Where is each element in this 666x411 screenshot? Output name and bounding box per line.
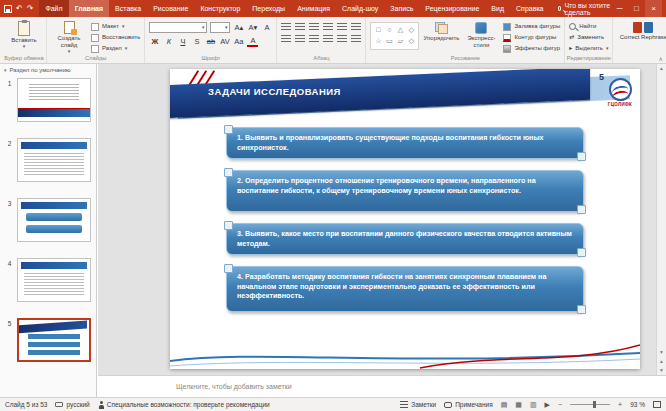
shapes-gallery[interactable]: □ ○ △ ◇ ☆ ▭ ▱ ◇ bbox=[370, 22, 419, 50]
notes-pane[interactable]: Щелкните, чтобы добавить заметки bbox=[98, 375, 666, 397]
font-color-button[interactable]: A bbox=[247, 36, 258, 47]
font-name-select[interactable]: ▾ bbox=[149, 22, 207, 33]
close-button[interactable]: × bbox=[645, 0, 662, 17]
slide-sorter-view-button[interactable]: ▦ bbox=[515, 398, 522, 411]
notes-toggle-button[interactable]: Заметки bbox=[400, 401, 436, 408]
underline-button[interactable]: Ч bbox=[177, 36, 188, 47]
decrease-font-button[interactable]: A▾ bbox=[247, 22, 258, 33]
shape-effects-button[interactable]: Эффекты фигур bbox=[503, 44, 560, 53]
shape-icon[interactable]: ○ bbox=[384, 25, 394, 35]
columns-button[interactable] bbox=[337, 35, 347, 43]
clear-formatting-button[interactable]: A bbox=[261, 22, 272, 33]
minimize-button[interactable]: ─ bbox=[611, 0, 628, 17]
reset-button[interactable]: Восстановить bbox=[91, 33, 140, 42]
shape-icon[interactable]: ◇ bbox=[406, 25, 416, 35]
scroll-down-icon[interactable]: ▾ bbox=[660, 348, 663, 357]
redo-icon[interactable]: ↷ bbox=[27, 0, 34, 17]
shape-icon[interactable]: □ bbox=[373, 25, 383, 35]
select-button[interactable]: ▸ Выделить ▾ bbox=[569, 44, 608, 53]
replace-button[interactable]: ⇄ Заменить bbox=[569, 33, 608, 42]
zoom-slider-handle[interactable] bbox=[593, 401, 596, 408]
layout-button[interactable]: Макет ▾ bbox=[91, 22, 140, 31]
shape-icon[interactable]: ☆ bbox=[373, 36, 383, 46]
tab-insert[interactable]: Вставка bbox=[109, 0, 147, 17]
indent-decrease-button[interactable] bbox=[309, 23, 319, 31]
slide-thumbnail-3[interactable]: 3 bbox=[2, 198, 91, 242]
group-label-editing[interactable]: Редактирование bbox=[565, 54, 612, 63]
italic-button[interactable]: К bbox=[163, 36, 174, 47]
tab-review[interactable]: Рецензирование bbox=[419, 0, 485, 17]
tab-slideshow[interactable]: Слайд-шоу bbox=[336, 0, 384, 17]
save-icon[interactable] bbox=[4, 5, 12, 13]
task-box-2[interactable]: 2. Определить процентное отношение трени… bbox=[226, 170, 584, 212]
maximize-button[interactable]: □ bbox=[628, 0, 645, 17]
tab-animations[interactable]: Анимация bbox=[291, 0, 336, 17]
font-size-select[interactable]: ▾ bbox=[210, 22, 230, 33]
new-slide-button[interactable]: Создать слайд ▾ bbox=[51, 19, 87, 54]
slide-thumbnail-2[interactable]: 2 bbox=[2, 138, 91, 182]
tab-draw[interactable]: Рисование bbox=[147, 0, 194, 17]
align-left-button[interactable] bbox=[281, 35, 291, 43]
arrange-button[interactable]: Упорядочить bbox=[423, 19, 459, 54]
comments-toggle-button[interactable]: Примечания bbox=[444, 401, 493, 408]
current-slide[interactable]: ЗАДАЧИ ИССЛЕДОВАНИЯ 5 ГЦОЛИФК 1. Выявить… bbox=[170, 69, 640, 369]
undo-icon[interactable]: ↶ bbox=[16, 0, 23, 17]
task-box-4[interactable]: 4. Разработать методику воспитания гибко… bbox=[226, 266, 584, 312]
slide-thumbnail-5[interactable]: 5 bbox=[2, 318, 91, 362]
align-text-button[interactable] bbox=[351, 35, 361, 43]
group-label-clipboard[interactable]: Буфер обмена bbox=[2, 54, 46, 63]
align-right-button[interactable] bbox=[309, 35, 319, 43]
correct-rephrase-button[interactable]: Correct Rephrase bbox=[617, 19, 666, 54]
group-label-drawing[interactable]: Рисование bbox=[366, 54, 564, 63]
tab-help[interactable]: Справка bbox=[510, 0, 549, 17]
shape-icon[interactable]: ◇ bbox=[406, 36, 416, 46]
previous-slide-button[interactable]: ▴ bbox=[660, 357, 663, 366]
language-indicator[interactable]: русский bbox=[55, 401, 89, 408]
line-spacing-button[interactable] bbox=[351, 23, 361, 31]
strikethrough-button[interactable]: ab bbox=[205, 36, 216, 47]
zoom-level[interactable]: 93 % bbox=[630, 401, 645, 408]
section-header[interactable]: ▾ Раздел по умолчанию bbox=[0, 64, 96, 76]
text-shadow-button[interactable]: S bbox=[191, 36, 202, 47]
bullets-button[interactable] bbox=[281, 23, 291, 31]
collapse-ribbon-button[interactable]: ∧ bbox=[659, 55, 663, 62]
next-slide-button[interactable]: ▾ bbox=[660, 366, 663, 375]
numbering-button[interactable] bbox=[295, 23, 305, 31]
group-label-paragraph[interactable]: Абзац bbox=[277, 54, 365, 63]
normal-view-button[interactable]: ▤ bbox=[501, 398, 508, 411]
align-center-button[interactable] bbox=[295, 35, 305, 43]
slide-counter[interactable]: Слайд 5 из 53 bbox=[5, 401, 47, 408]
shape-icon[interactable]: △ bbox=[395, 25, 405, 35]
task-box-1[interactable]: 1. Выявить и проанализировать существующ… bbox=[226, 127, 584, 159]
tab-view[interactable]: Вид bbox=[485, 0, 510, 17]
shape-outline-button[interactable]: Контур фигуры bbox=[503, 33, 560, 42]
zoom-out-button[interactable]: − bbox=[558, 398, 562, 411]
task-box-3[interactable]: 3. Выявить, какое место при воспитании д… bbox=[226, 223, 584, 255]
shape-icon[interactable]: ▱ bbox=[395, 36, 405, 46]
slide-thumbnail-4[interactable]: 4 bbox=[2, 258, 91, 302]
zoom-slider[interactable] bbox=[570, 404, 610, 405]
text-direction-button[interactable] bbox=[337, 23, 347, 31]
slide-title[interactable]: ЗАДАЧИ ИССЛЕДОВАНИЯ bbox=[208, 86, 341, 97]
tab-design[interactable]: Конструктор bbox=[194, 0, 246, 17]
increase-font-button[interactable]: A▴ bbox=[233, 22, 244, 33]
bold-button[interactable]: Ж bbox=[149, 36, 160, 47]
tell-me-search[interactable]: Что вы хотите сделать bbox=[558, 2, 612, 16]
shape-icon[interactable]: ▭ bbox=[384, 36, 394, 46]
tab-transitions[interactable]: Переходы bbox=[246, 0, 291, 17]
fit-slide-to-window-button[interactable] bbox=[653, 401, 661, 408]
indent-increase-button[interactable] bbox=[323, 23, 333, 31]
change-case-button[interactable]: Aa bbox=[233, 36, 244, 47]
zoom-in-button[interactable]: + bbox=[618, 398, 622, 411]
character-spacing-button[interactable]: AV bbox=[219, 36, 230, 47]
tab-home[interactable]: Главная bbox=[69, 0, 109, 17]
find-button[interactable]: Найти bbox=[569, 22, 608, 31]
paste-button[interactable]: Вставить ▾ bbox=[6, 19, 42, 54]
notes-placeholder[interactable]: Щелкните, чтобы добавить заметки bbox=[176, 383, 292, 390]
group-label-slides[interactable]: Слайды bbox=[47, 54, 144, 63]
quick-styles-button[interactable]: Экспресс-стили bbox=[463, 19, 499, 54]
tab-file[interactable]: Файл bbox=[39, 0, 68, 17]
slide-thumbnail-1[interactable]: 1 bbox=[2, 78, 91, 122]
section-button[interactable]: Раздел ▾ bbox=[91, 44, 140, 53]
reading-view-button[interactable]: ▥ bbox=[530, 398, 537, 411]
